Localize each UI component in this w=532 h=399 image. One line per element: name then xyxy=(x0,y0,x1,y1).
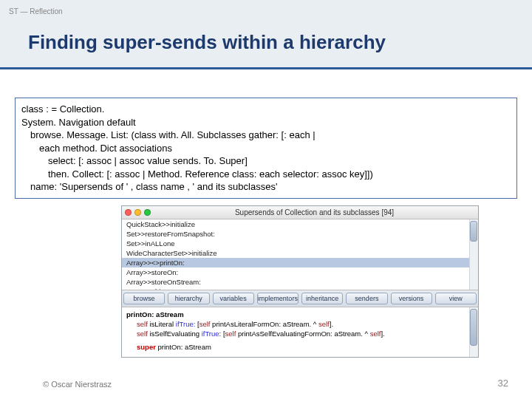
implementors-button[interactable]: implementors xyxy=(257,293,299,304)
slide: ST — Reflection Finding super-sends with… xyxy=(0,0,532,399)
code-line: browse. Message. List: (class with. All.… xyxy=(30,129,511,142)
scroll-thumb[interactable] xyxy=(470,309,477,346)
scroll-thumb[interactable] xyxy=(470,221,477,242)
list-item[interactable]: Array>>storeOnStream: xyxy=(122,277,478,287)
list-item[interactable]: Set>>restoreFromSnapshot: xyxy=(122,229,478,239)
browse-button[interactable]: browse xyxy=(123,293,165,304)
code-line: then. Collect: [: assoc | Method. Refere… xyxy=(48,168,511,181)
code-line: select: [: assoc | assoc value sends. To… xyxy=(48,154,511,168)
versions-button[interactable]: versions xyxy=(391,293,432,304)
zoom-icon[interactable] xyxy=(144,209,151,216)
code-token: ]. xyxy=(330,320,333,328)
page-title: Finding super-sends within a hierarchy xyxy=(28,31,386,54)
code-token: self xyxy=(318,320,330,328)
code-token: printOn: aStream xyxy=(156,343,211,351)
button-row: browse hierarchy variables implementors … xyxy=(122,290,478,307)
list-item[interactable]: Array>>objectForDataStream: xyxy=(122,287,478,290)
copyright: © Oscar Nierstrasz xyxy=(43,380,112,389)
code-token: self xyxy=(225,330,236,338)
list-item[interactable]: QuickStack>>initialize xyxy=(122,219,478,229)
code-token: printAsLiteralFormOn: aStream. ^ xyxy=(210,320,318,328)
variables-button[interactable]: variables xyxy=(213,293,254,304)
code-token: self xyxy=(137,320,148,328)
method-list-pane[interactable]: QuickStack>>initialize Set>>restoreFromS… xyxy=(122,219,478,290)
code-line: each method. Dict associations xyxy=(39,142,511,155)
code-line: System. Navigation default xyxy=(21,116,511,129)
page-number: 32 xyxy=(498,378,508,389)
list-item[interactable]: WideCharacterSet>>initialize xyxy=(122,248,478,258)
senders-button[interactable]: senders xyxy=(346,293,387,304)
method-signature: printOn: aStream xyxy=(126,310,184,318)
code-token: ifTrue: xyxy=(176,320,196,328)
code-token: self xyxy=(137,330,148,338)
code-line: class : = Collection. xyxy=(21,103,511,116)
list-item[interactable]: Array>><>printOn: xyxy=(122,258,478,267)
code-snippet: class : = Collection. System. Navigation… xyxy=(15,98,517,199)
header-band: ST — Reflection Finding super-sends with… xyxy=(0,0,532,69)
minimize-icon[interactable] xyxy=(134,209,141,216)
code-token: ]. xyxy=(381,330,384,338)
code-token: self xyxy=(200,320,211,328)
code-token: self xyxy=(370,330,381,338)
view-button[interactable]: view xyxy=(435,293,477,304)
list-item[interactable]: Array>>storeOn: xyxy=(122,267,478,277)
code-token: isSelfEvaluating xyxy=(148,330,202,338)
code-token: isLiteral xyxy=(148,320,176,328)
window-title: Supersends of Collection and its subclas… xyxy=(154,208,475,216)
scrollbar[interactable] xyxy=(469,219,478,290)
code-token: printAsSelfEvaluatingFormOn: aStream. ^ xyxy=(236,330,369,338)
inheritance-button[interactable]: inheritance xyxy=(301,293,343,304)
scrollbar[interactable] xyxy=(469,307,478,357)
close-icon[interactable] xyxy=(125,209,132,216)
breadcrumb: ST — Reflection xyxy=(9,7,63,16)
list-item[interactable]: Set>>inALLone xyxy=(122,239,478,248)
code-line: name: 'Supersends of ' , class name , ' … xyxy=(30,180,511,194)
hierarchy-button[interactable]: hierarchy xyxy=(168,293,209,304)
source-pane[interactable]: printOn: aStream self isLiteral ifTrue: … xyxy=(122,307,478,357)
message-browser-window: Supersends of Collection and its subclas… xyxy=(121,205,479,358)
code-token: ifTrue: xyxy=(202,330,222,338)
code-token: super xyxy=(137,343,156,351)
window-titlebar[interactable]: Supersends of Collection and its subclas… xyxy=(122,206,478,219)
